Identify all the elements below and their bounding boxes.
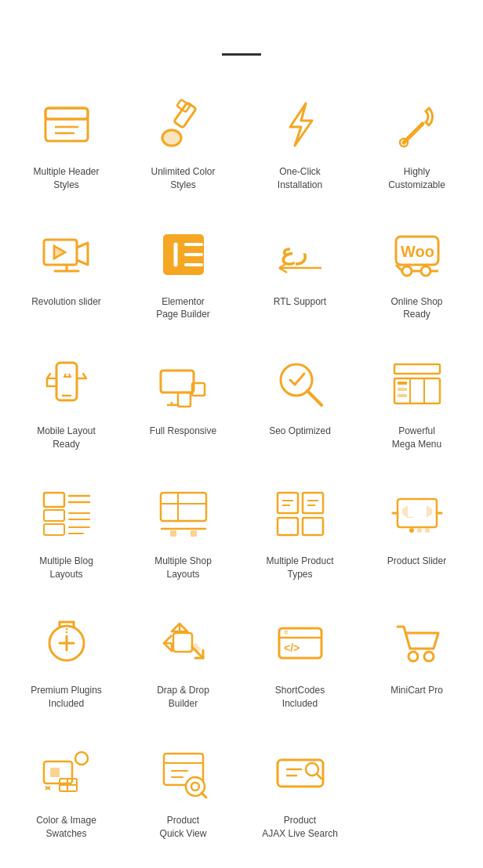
product-slider-icon: ... — [386, 483, 448, 545]
premium-plugins-included-icon — [35, 612, 98, 675]
shortcodes-included-label: ShortCodes Included — [275, 684, 325, 711]
revolution-slider-icon — [35, 223, 98, 286]
svg-rect-47 — [398, 382, 407, 385]
svg-rect-64 — [191, 530, 197, 537]
title-underline — [222, 53, 261, 56]
multiple-product-types-icon — [269, 483, 332, 545]
powerful-mega-menu-label: Powerful Mega Menu — [392, 425, 441, 451]
elementor-page-builder-icon — [152, 223, 215, 286]
feature-item-product-slider: ... Product Slider — [358, 468, 475, 599]
feature-item-shortcodes-included: ≡ </> ShortCodes Included — [242, 598, 358, 728]
svg-text:Woo: Woo — [401, 243, 434, 260]
svg-rect-6 — [176, 99, 190, 112]
color-image-swatches-label: Color & Image Swatches — [36, 814, 96, 841]
premium-plugins-included-label: Premium Plugins Included — [31, 684, 102, 711]
svg-rect-66 — [303, 493, 323, 513]
drag-drop-builder-icon — [152, 612, 215, 675]
mobile-layout-ready-label: Mobile Layout Ready — [37, 425, 96, 451]
svg-rect-63 — [170, 530, 176, 537]
full-responsive-icon — [152, 353, 215, 415]
feature-item-multiple-shop-layouts: Multiple Shop Layouts — [125, 468, 242, 599]
one-click-installation-label: One-Click Installation — [278, 165, 322, 192]
feature-item-one-click-installation: One-Click Installation — [242, 79, 358, 209]
feature-item-mobile-layout-ready: Mobile Layout Ready — [8, 338, 125, 468]
product-ajax-search-icon — [269, 742, 332, 805]
product-ajax-search-label: Product AJAX Live Search — [262, 814, 338, 841]
svg-rect-86 — [173, 633, 192, 652]
highly-customizable-label: Highly Customizable — [388, 165, 445, 192]
svg-rect-48 — [398, 388, 407, 391]
svg-text:...: ... — [407, 511, 413, 519]
multiple-shop-layouts-icon — [152, 483, 215, 545]
svg-point-95 — [75, 752, 88, 765]
powerful-mega-menu-icon — [386, 353, 448, 415]
rtl-support-icon: ع ر — [269, 223, 332, 286]
feature-item-seo-optimized: Seo Optimized — [242, 338, 358, 468]
multiple-blog-layouts-label: Multiple Blog Layouts — [39, 555, 93, 581]
feature-item-premium-plugins-included: Premium Plugins Included — [8, 598, 125, 728]
feature-item-product-ajax-search: Product AJAX Live Search — [242, 728, 358, 858]
svg-rect-37 — [178, 392, 191, 407]
feature-item-online-shop-ready: Woo Online Shop Ready — [358, 209, 475, 339]
feature-item-powerful-mega-menu: Powerful Mega Menu — [358, 338, 475, 468]
color-image-swatches-icon — [35, 742, 98, 805]
svg-text:≡: ≡ — [284, 628, 288, 636]
svg-text:</>: </> — [284, 642, 300, 654]
online-shop-ready-icon: Woo — [386, 223, 448, 286]
feature-item-revolution-slider: Revolution slider — [8, 209, 125, 339]
svg-rect-65 — [278, 493, 298, 513]
product-slider-label: Product Slider — [387, 555, 446, 568]
svg-rect-59 — [161, 493, 206, 521]
feature-item-rtl-support: ع ر RTL Support — [242, 209, 358, 339]
svg-line-42 — [307, 391, 321, 405]
multiple-shop-layouts-label: Multiple Shop Layouts — [154, 555, 212, 581]
shortcodes-included-icon: ≡ </> — [269, 612, 332, 675]
svg-rect-0 — [45, 108, 88, 141]
svg-rect-94 — [50, 768, 60, 777]
product-quick-view-icon — [152, 742, 215, 805]
multiple-header-styles-icon — [35, 93, 98, 156]
minicart-pro-label: MiniCart Pro — [390, 684, 443, 697]
elementor-page-builder-label: Elementor Page Builder — [156, 295, 210, 322]
features-grid: Multiple Header Styles Unlimited Color S… — [8, 79, 475, 858]
svg-point-30 — [421, 266, 430, 276]
svg-rect-67 — [278, 518, 298, 535]
feature-item-elementor-page-builder: Elementor Page Builder — [125, 209, 242, 339]
page-heading — [8, 24, 475, 49]
unlimited-color-styles-label: Unlimited Color Styles — [151, 165, 215, 192]
svg-text:ع: ع — [281, 241, 295, 266]
feature-item-highly-customizable: Highly Customizable — [358, 79, 475, 209]
svg-rect-43 — [394, 364, 440, 374]
svg-rect-52 — [44, 524, 64, 535]
feature-item-color-image-swatches: Color & Image Swatches — [8, 728, 125, 858]
svg-rect-49 — [398, 394, 407, 397]
online-shop-ready-label: Online Shop Ready — [390, 295, 442, 322]
highly-customizable-icon — [386, 93, 448, 156]
svg-rect-68 — [303, 518, 323, 535]
feature-item-multiple-header-styles: Multiple Header Styles — [8, 79, 125, 209]
rtl-support-label: RTL Support — [274, 295, 326, 309]
svg-point-29 — [402, 266, 412, 276]
svg-rect-51 — [44, 510, 64, 521]
svg-line-112 — [317, 774, 321, 779]
multiple-header-styles-label: Multiple Header Styles — [33, 165, 99, 192]
seo-optimized-icon — [269, 353, 332, 415]
multiple-blog-layouts-icon — [35, 483, 98, 545]
svg-rect-50 — [44, 493, 64, 507]
svg-rect-1 — [45, 108, 88, 119]
feature-item-minicart-pro: MiniCart Pro — [358, 598, 475, 728]
feature-item-multiple-blog-layouts: Multiple Blog Layouts — [8, 468, 125, 599]
svg-point-76 — [409, 528, 414, 533]
feature-item-unlimited-color-styles: Unlimited Color Styles — [125, 79, 242, 209]
svg-line-105 — [202, 793, 206, 797]
seo-optimized-label: Seo Optimized — [269, 425, 331, 438]
minicart-pro-icon — [386, 612, 448, 675]
unlimited-color-styles-icon — [152, 93, 215, 156]
svg-rect-36 — [161, 371, 194, 392]
svg-point-78 — [425, 528, 430, 533]
svg-point-92 — [424, 652, 434, 661]
mobile-layout-ready-icon — [35, 353, 98, 415]
one-click-installation-icon — [269, 93, 332, 156]
feature-item-full-responsive: Full Responsive — [125, 338, 242, 468]
multiple-product-types-label: Multiple Product Types — [266, 555, 333, 581]
